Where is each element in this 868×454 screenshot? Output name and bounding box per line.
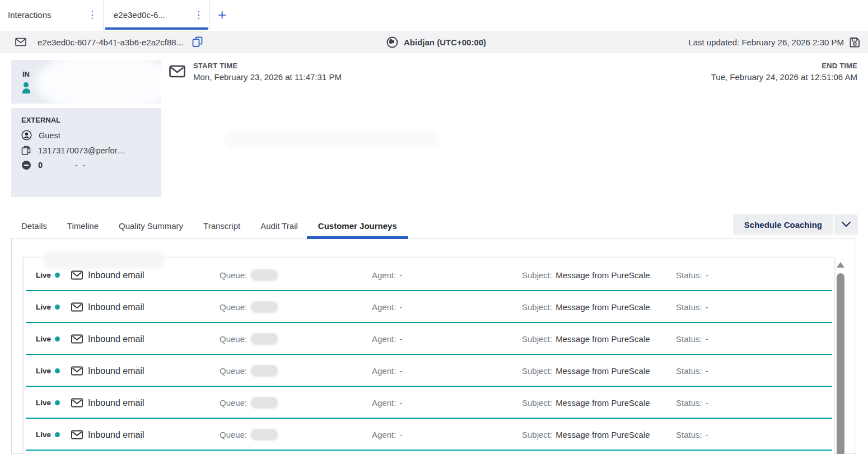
subject-label: Subject: [522, 302, 552, 312]
subject-value: Message from PureScale [556, 366, 650, 376]
interaction-type-label: Inbound email [88, 302, 144, 312]
kebab-menu-icon[interactable]: ⋮ [87, 10, 96, 20]
interaction-type-label: Inbound email [88, 270, 144, 280]
last-updated-text: Last updated: February 26, 2026 2:30 PM [688, 38, 844, 47]
journey-row[interactable]: Live Inbound email Queue: Agent: - Subje… [24, 355, 834, 387]
tab-interactions-label: Interactions [8, 10, 52, 20]
schedule-coaching-button[interactable]: Schedule Coaching [733, 214, 833, 235]
agent-label: Agent: [372, 302, 396, 312]
inbound-email-icon [71, 334, 83, 344]
subject-value: Message from PureScale [556, 302, 650, 312]
redacted-queue-name [250, 301, 278, 313]
minus-circle-icon [21, 160, 31, 170]
live-badge: Live [36, 303, 51, 311]
external-heading: EXTERNAL [21, 116, 151, 124]
external-address[interactable]: 13173170073@perfor… [38, 146, 125, 155]
customer-journeys-panel: Live Inbound email Queue: Agent: - Subje… [11, 238, 856, 454]
live-badge: Live [36, 430, 51, 439]
journey-row[interactable]: Live Inbound email Queue: Agent: - Subje… [24, 259, 834, 291]
tab-interactions[interactable]: Interactions ⋮ [0, 0, 104, 30]
workspace-tab-strip: Interactions ⋮ e2e3ed0c-6... ⋮ + [0, 0, 868, 30]
schedule-coaching-dropdown-button[interactable] [834, 214, 858, 235]
schedule-coaching-split-button: Schedule Coaching [733, 214, 858, 235]
agent-value: - [399, 334, 402, 344]
external-count: 0 [38, 161, 43, 170]
timezone-text[interactable]: Abidjan (UTC+00:00) [404, 38, 486, 47]
status-label: Status: [676, 302, 702, 312]
live-badge: Live [36, 399, 51, 407]
scroll-up-arrow[interactable] [837, 262, 844, 268]
globe-icon [386, 36, 398, 48]
save-icon[interactable] [850, 37, 860, 48]
status-value: - [706, 430, 708, 439]
agent-value: - [399, 430, 402, 439]
internal-label: IN [22, 70, 30, 78]
external-extra: - - [75, 161, 86, 170]
pages-icon [21, 145, 31, 156]
agent-value: - [399, 302, 402, 312]
tab-interaction-id[interactable]: e2e3ed0c-6... ⋮ [104, 0, 210, 30]
redacted-queue-name [250, 397, 278, 409]
end-time-label: END TIME [711, 62, 857, 70]
tab-transcript[interactable]: Transcript [203, 216, 240, 238]
subject-value: Message from PureScale [556, 398, 650, 408]
subject-label: Subject: [522, 398, 552, 408]
tab-audit-trail[interactable]: Audit Trail [260, 216, 298, 238]
live-badge: Live [36, 335, 51, 343]
journey-row[interactable]: Live Inbound email Queue: Agent: - Subje… [24, 387, 834, 419]
external-name: Guest [39, 131, 60, 140]
subject-value: Message from PureScale [556, 334, 650, 344]
subject-label: Subject: [522, 334, 552, 344]
journey-row[interactable]: Live Inbound email Queue: Agent: - Subje… [24, 419, 834, 451]
add-tab-button[interactable]: + [210, 0, 234, 30]
scrollbar-thumb[interactable] [837, 273, 844, 454]
start-time-block: START TIME Mon, February 23, 2026 at 11:… [169, 62, 342, 82]
queue-label: Queue: [220, 302, 247, 312]
agent-value: - [399, 270, 402, 280]
subject-label: Subject: [522, 430, 552, 439]
status-label: Status: [676, 430, 702, 439]
start-time-value: Mon, February 23, 2026 at 11:47:31 PM [193, 72, 342, 82]
status-value: - [706, 302, 708, 312]
status-label: Status: [676, 334, 702, 344]
status-label: Status: [676, 398, 702, 408]
agent-label: Agent: [372, 398, 396, 408]
subject-value: Message from PureScale [556, 430, 650, 439]
external-participant-card: EXTERNAL Guest 13173170073@perfor… 0 - - [11, 108, 161, 197]
person-icon [21, 130, 32, 141]
journeys-card: Live Inbound email Queue: Agent: - Subje… [23, 257, 835, 454]
live-status-dot [55, 400, 60, 405]
agent-avatar-icon [22, 82, 31, 95]
queue-label: Queue: [220, 366, 247, 376]
inbound-email-icon [71, 430, 83, 439]
start-time-label: START TIME [193, 62, 342, 70]
journey-row[interactable]: Live Inbound email Queue: Agent: - Subje… [24, 323, 834, 355]
live-status-dot [55, 368, 60, 373]
redacted-internal-name [36, 60, 161, 104]
agent-label: Agent: [372, 366, 396, 376]
queue-label: Queue: [220, 398, 247, 408]
status-value: - [706, 334, 708, 344]
subject-label: Subject: [522, 270, 552, 280]
redacted-queue-name [250, 269, 278, 281]
live-status-dot [55, 305, 60, 310]
journey-row[interactable]: Live Inbound email Queue: Agent: - Subje… [24, 291, 834, 323]
queue-label: Queue: [220, 430, 247, 439]
tab-timeline[interactable]: Timeline [67, 216, 99, 238]
end-time-value: Tue, February 24, 2026 at 12:51:06 AM [711, 72, 857, 82]
tab-customer-journeys[interactable]: Customer Journeys [318, 216, 397, 238]
interaction-type-label: Inbound email [88, 334, 144, 344]
tab-details[interactable]: Details [21, 216, 47, 238]
redacted-queue-name [250, 365, 278, 377]
tab-quality-summary[interactable]: Quality Summary [119, 216, 183, 238]
redacted-content-blob [224, 130, 437, 148]
agent-label: Agent: [372, 334, 396, 344]
end-time-block: END TIME Tue, February 24, 2026 at 12:51… [711, 62, 857, 82]
status-label: Status: [676, 366, 702, 376]
interaction-header-bar: e2e3ed0c-6077-4b41-a3b6-e2a2cf88... Abid… [0, 31, 868, 53]
interaction-detail-page: Interactions ⋮ e2e3ed0c-6... ⋮ + e2e3ed0… [0, 0, 868, 454]
queue-label: Queue: [220, 270, 247, 280]
queue-label: Queue: [220, 334, 247, 344]
copy-id-button[interactable] [192, 36, 203, 48]
kebab-menu-icon[interactable]: ⋮ [194, 10, 203, 20]
